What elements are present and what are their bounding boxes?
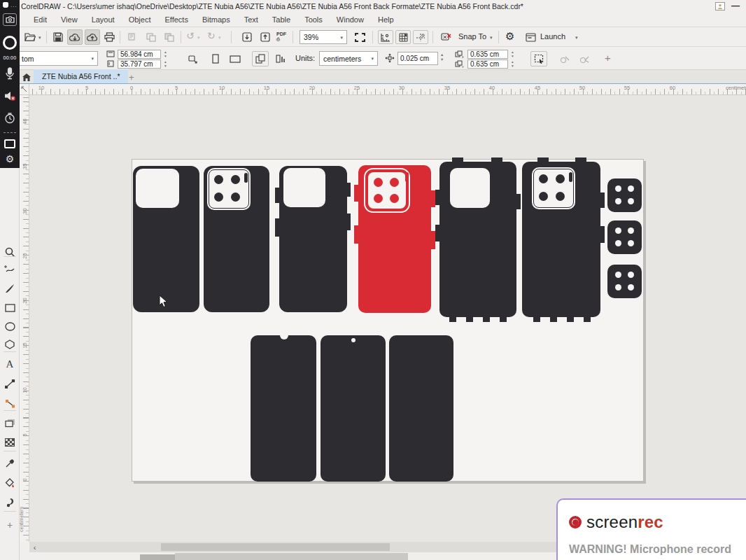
menu-layout[interactable]: Layout (85, 14, 122, 25)
recorder-menu-dots[interactable]: ... (10, 2, 17, 8)
menu-window[interactable]: Window (330, 14, 371, 25)
zoom-level-combo[interactable]: 39%▾ (300, 30, 347, 44)
menu-edit[interactable]: Edit (27, 14, 54, 25)
launch-label[interactable]: Launch (540, 32, 565, 41)
horizontal-scrollbar-thumb[interactable] (161, 543, 390, 551)
menu-view[interactable]: View (54, 14, 85, 25)
back-skin-plain-1[interactable] (133, 166, 199, 312)
recorder-settings-gear-icon[interactable]: ⚙ (0, 151, 20, 167)
horizontal-ruler[interactable]: 10 5 0 5 10 15 20 25 30 35 40 45 50 55 6… (29, 84, 746, 95)
menu-help[interactable]: Help (371, 14, 401, 25)
page-width-field[interactable]: 56.984 cm (118, 50, 161, 59)
camera-cover-piece-2[interactable] (607, 220, 642, 254)
publish-pdf-icon[interactable]: PDF⎙ (276, 31, 286, 41)
all-pages-icon[interactable] (252, 51, 269, 66)
page-width-spinner[interactable]: ▴▾ (163, 50, 167, 58)
transparency-tool-icon[interactable] (1, 434, 18, 451)
grid-toggle-icon[interactable] (395, 30, 411, 44)
back-skin-camera-1[interactable] (204, 166, 269, 312)
current-page-icon[interactable] (272, 51, 288, 66)
menu-bitmaps[interactable]: Bitmaps (195, 14, 237, 25)
landscape-icon[interactable] (227, 52, 244, 66)
drawing-canvas[interactable] (29, 95, 746, 542)
camera-cover-piece-1[interactable] (607, 178, 642, 212)
recorder-logo-icon[interactable]: ... (0, 1, 20, 9)
duplicate-y-spinner[interactable]: ▴▾ (510, 59, 514, 68)
shadow-tool-icon[interactable] (1, 414, 18, 431)
wrap-text-icon[interactable] (557, 52, 572, 66)
undo-dropdown-icon[interactable]: ▾ (197, 35, 200, 40)
treat-as-filled-icon[interactable] (530, 51, 547, 66)
record-button-icon[interactable] (0, 34, 20, 52)
timer-clock-icon[interactable] (0, 109, 20, 127)
menu-table[interactable]: Table (265, 14, 297, 25)
copy-icon[interactable] (144, 30, 158, 44)
minimize-button[interactable]: — (731, 1, 740, 10)
screenshot-camera-icon[interactable] (0, 11, 20, 28)
guidelines-toggle-icon[interactable] (413, 30, 428, 44)
page-height-field[interactable]: 35.797 cm (118, 59, 161, 69)
cloud-download-icon[interactable] (67, 29, 83, 45)
vertical-ruler[interactable]: 40 35 30 25 20 15 10 5 0 (20, 95, 29, 542)
microphone-icon[interactable] (0, 64, 20, 83)
toolbox-plus-icon[interactable]: + (1, 517, 18, 533)
export-icon[interactable] (258, 30, 272, 44)
back-skin-plain-2[interactable] (279, 166, 347, 312)
nudge-spinner[interactable]: ▴▾ (439, 52, 443, 62)
launch-icon[interactable] (523, 30, 537, 44)
menu-text[interactable]: Text (237, 14, 265, 25)
connector-tool-icon[interactable] (1, 395, 18, 412)
snap-off-icon[interactable] (438, 30, 453, 44)
import-icon[interactable] (240, 30, 254, 44)
redo-icon[interactable]: ↻ (207, 30, 216, 41)
ellipse-tool-icon[interactable] (1, 318, 18, 335)
account-icon[interactable] (715, 2, 725, 10)
zoom-tool-icon[interactable] (1, 244, 18, 260)
frame-region-icon[interactable] (0, 136, 20, 151)
nudge-field[interactable]: 0.025 cm (397, 52, 438, 65)
portrait-icon[interactable] (209, 52, 223, 66)
cloud-upload-icon[interactable] (85, 29, 100, 45)
duplicate-x-field[interactable]: 0.635 cm (467, 50, 508, 59)
open-dropdown-icon[interactable]: ▾ (38, 35, 41, 40)
duplicate-y-field[interactable]: 0.635 cm (467, 59, 508, 69)
cut-icon[interactable] (125, 30, 139, 44)
redo-dropdown-icon[interactable]: ▾ (218, 35, 221, 40)
freehand-tool-icon[interactable] (1, 260, 18, 277)
fill-tool-icon[interactable] (1, 475, 18, 491)
menu-tools[interactable]: Tools (297, 14, 330, 25)
options-gear-icon[interactable]: ⚙ (505, 30, 514, 43)
customize-toolbar-plus-icon[interactable]: + (605, 52, 611, 64)
page-height-spinner[interactable]: ▴▾ (163, 59, 167, 68)
document-tab-active[interactable]: ZTE Nubia A56 Front ..* (34, 69, 128, 83)
artistic-media-tool-icon[interactable] (1, 280, 18, 297)
back-skin-red[interactable] (358, 165, 431, 313)
fullscreen-icon[interactable] (353, 30, 367, 44)
front-skin-notch[interactable] (251, 335, 316, 482)
rulers-toggle-icon[interactable] (378, 30, 393, 44)
duplicate-x-spinner[interactable]: ▴▾ (510, 50, 514, 58)
wrap-text-alt-icon[interactable] (577, 52, 592, 66)
units-combo[interactable]: centimeters▾ (319, 51, 378, 66)
menu-object[interactable]: Object (122, 14, 158, 25)
text-tool-icon[interactable]: A (1, 356, 18, 372)
front-skin-plain[interactable] (389, 335, 453, 482)
back-skin-wrap-camera[interactable] (522, 162, 600, 317)
camera-cover-piece-3[interactable] (607, 265, 642, 298)
rectangle-tool-icon[interactable] (1, 300, 18, 316)
new-tab-plus-icon[interactable]: + (129, 72, 134, 83)
eyedropper-tool-icon[interactable] (1, 455, 18, 472)
save-icon[interactable] (51, 30, 65, 44)
front-skin-punch-hole[interactable] (321, 335, 386, 482)
speaker-muted-icon[interactable] (0, 87, 20, 105)
ruler-origin-icon[interactable] (20, 84, 29, 95)
polygon-tool-icon[interactable] (1, 336, 18, 353)
scroll-left-arrow[interactable]: ‹ (29, 542, 40, 552)
snap-to-label[interactable]: Snap To (458, 32, 486, 41)
undo-icon[interactable]: ↺ (186, 30, 195, 41)
dimension-tool-icon[interactable] (1, 375, 18, 392)
smart-fill-tool-icon[interactable] (1, 494, 18, 511)
open-icon[interactable] (23, 30, 37, 44)
snap-to-dropdown-icon[interactable]: ▾ (490, 35, 493, 40)
home-icon[interactable] (21, 71, 32, 83)
